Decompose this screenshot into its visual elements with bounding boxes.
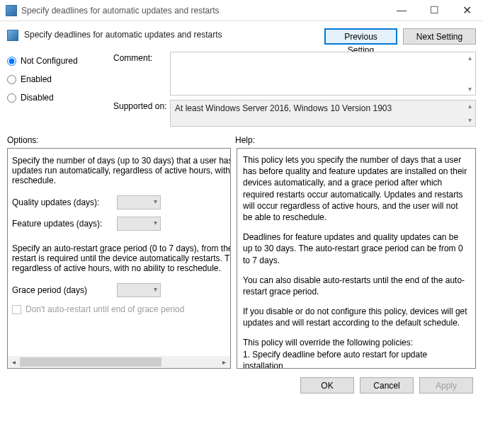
next-setting-button[interactable]: Next Setting — [403, 28, 476, 45]
apply-button[interactable]: Apply — [419, 377, 473, 394]
policy-subtitle: Specify deadlines for automatic updates … — [24, 28, 324, 40]
scrollbar-thumb[interactable] — [20, 357, 161, 367]
help-p4: If you disable or do not configure this … — [243, 306, 470, 328]
enabled-radio[interactable] — [7, 75, 16, 84]
feature-updates-label: Feature updates (days): — [12, 219, 111, 229]
supported-on-label: Supported on: — [113, 100, 170, 111]
comment-textarea[interactable]: ▴ ▾ — [170, 52, 476, 96]
config-row: Not Configured Enabled Disabled Comment:… — [0, 49, 483, 127]
policy-icon — [7, 30, 18, 41]
header-row: Specify deadlines for automatic updates … — [0, 21, 483, 49]
minimize-button[interactable]: — — [385, 0, 418, 21]
disabled-label: Disabled — [21, 93, 54, 103]
app-icon — [6, 5, 17, 16]
supported-on-value: At least Windows Server 2016, Windows 10… — [170, 100, 476, 127]
help-pane: This policy lets you specify the number … — [237, 148, 476, 369]
maximize-button[interactable]: ☐ — [418, 0, 450, 21]
close-button[interactable]: ✕ — [450, 0, 483, 21]
cancel-button[interactable]: Cancel — [360, 377, 414, 394]
dont-auto-restart-checkbox[interactable] — [12, 305, 21, 314]
scroll-up-icon[interactable]: ▴ — [465, 102, 474, 110]
options-label: Options: — [7, 135, 228, 145]
not-configured-label: Not Configured — [21, 56, 78, 66]
help-l1: 1. Specify deadline before auto restart … — [243, 349, 470, 369]
help-p5: This policy will override the following … — [243, 337, 470, 348]
help-p2: Deadlines for feature updates and qualit… — [243, 231, 470, 266]
options-intro-text: Specify the number of days (up to 30 day… — [12, 156, 231, 185]
not-configured-radio[interactable] — [7, 57, 16, 66]
scroll-right-icon[interactable]: ▸ — [218, 356, 230, 368]
window-title: Specify deadlines for automatic updates … — [21, 6, 385, 16]
help-p1: This policy lets you specify the number … — [243, 154, 470, 223]
help-p3: You can also disable auto-restarts until… — [243, 275, 470, 297]
scroll-down-icon[interactable]: ▾ — [465, 85, 474, 93]
state-radio-group: Not Configured Enabled Disabled — [7, 52, 113, 127]
title-bar: Specify deadlines for automatic updates … — [0, 0, 483, 21]
scroll-up-icon[interactable]: ▴ — [465, 54, 474, 62]
quality-updates-combo[interactable] — [117, 195, 161, 209]
supported-on-text: At least Windows Server 2016, Windows 10… — [175, 103, 392, 113]
previous-setting-button[interactable]: Previous Setting — [324, 28, 397, 45]
scroll-down-icon[interactable]: ▾ — [465, 116, 474, 125]
grace-intro-text: Specify an auto-restart grace period (0 … — [12, 243, 231, 273]
grace-period-label: Grace period (days) — [12, 285, 111, 295]
scroll-left-icon[interactable]: ◂ — [8, 356, 20, 368]
help-label: Help: — [235, 135, 255, 145]
options-pane: Specify the number of days (up to 30 day… — [7, 148, 231, 369]
feature-updates-combo[interactable] — [117, 217, 161, 231]
ok-button[interactable]: OK — [300, 377, 354, 394]
dont-auto-restart-label: Don't auto-restart until end of grace pe… — [25, 304, 184, 314]
comment-label: Comment: — [113, 52, 170, 63]
quality-updates-label: Quality updates (days): — [12, 197, 111, 207]
options-h-scrollbar[interactable]: ◂ ▸ — [8, 356, 230, 368]
disabled-radio[interactable] — [7, 93, 16, 103]
enabled-label: Enabled — [21, 74, 52, 84]
grace-period-combo[interactable] — [117, 283, 161, 297]
footer: OK Cancel Apply — [0, 369, 483, 402]
